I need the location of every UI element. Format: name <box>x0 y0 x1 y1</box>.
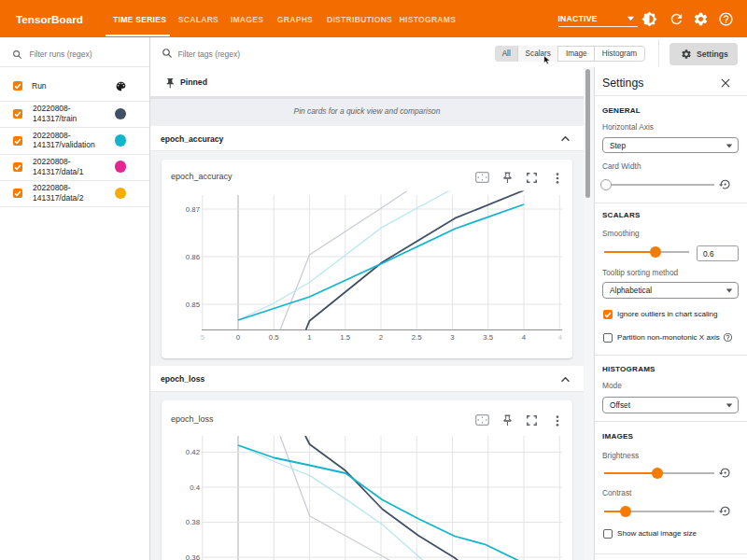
svg-text:0: 0 <box>236 333 241 342</box>
svg-text:1.5: 1.5 <box>340 333 351 342</box>
svg-text:1: 1 <box>307 333 311 342</box>
svg-text:0.86: 0.86 <box>186 253 200 261</box>
svg-text:2.5: 2.5 <box>412 333 423 342</box>
svg-text:4: 4 <box>522 333 527 342</box>
svg-text:0.42: 0.42 <box>186 448 200 456</box>
svg-text:0.5: 0.5 <box>269 333 280 342</box>
svg-text:0.87: 0.87 <box>186 205 200 214</box>
svg-text:0.36: 0.36 <box>186 553 200 560</box>
svg-text:0.38: 0.38 <box>186 518 200 526</box>
svg-text:4: 4 <box>558 333 563 342</box>
svg-text:0.4: 0.4 <box>190 483 201 492</box>
svg-text:2: 2 <box>379 333 383 342</box>
svg-text:3: 3 <box>450 333 454 342</box>
svg-text:3.5: 3.5 <box>483 333 494 342</box>
svg-text:5: 5 <box>201 333 205 342</box>
svg-text:0.85: 0.85 <box>186 301 201 309</box>
